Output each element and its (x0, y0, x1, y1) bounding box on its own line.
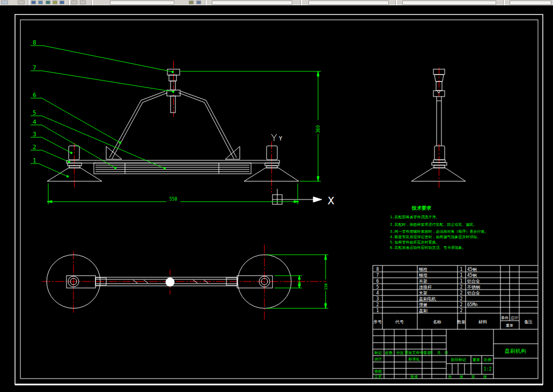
tb-drawing-title: 盘刷机构 (505, 348, 526, 354)
tb-label-zone: 分区 (396, 351, 404, 355)
tb-label-scale: 比例 (484, 358, 491, 362)
bom-header-weight: 重量 (506, 323, 513, 328)
tb-label-count: 处数 (385, 351, 393, 355)
bom-header-no: 序号 (373, 320, 382, 324)
bom-header-total: 总计 (510, 316, 518, 320)
callout-1: 1 (33, 157, 36, 164)
cad-application-window: X Y (0, 0, 553, 392)
bom-cell-qty: 1 (460, 279, 463, 284)
tech-req-item: 4.吸盘安装后应保证密封，如有漏气现象应及时排除。 (390, 234, 481, 239)
x-axis-label: X (328, 194, 334, 207)
bom-cell-no: 8 (377, 267, 379, 272)
bom-cell-material: 65Mn (467, 302, 477, 307)
tech-req-item: 2.装配时，按图样要求进行装配，防止错装、漏装。 (390, 223, 477, 227)
bom-cell-no: 1 (377, 308, 379, 313)
tech-req-item: 3.同一零件用螺栓紧固时，必须按对角（顺序）逐步拧紧。 (390, 229, 488, 234)
tech-req-item: 5.如有零件损坏应及时更换。 (390, 240, 439, 245)
bom-header-qty: 数量 (457, 320, 466, 324)
tb-scale-value: 1:2 (484, 367, 492, 372)
bom-header-material: 材料 (478, 320, 487, 324)
bom-cell-name: 弹簧 (419, 302, 427, 307)
tb-label-design: 设计 (374, 357, 382, 361)
bom-cell-name: 连接杆 (419, 285, 432, 290)
dim-overall-width: 550 (169, 197, 178, 202)
tb-label-standardize: 标准化 (408, 357, 420, 361)
bom-cell-qty: 2 (460, 291, 463, 295)
bom-header-name: 名称 (433, 320, 441, 324)
bom-cell-no: 5 (377, 285, 379, 290)
bom-cell-qty: 2 (460, 308, 463, 313)
tech-req-item: 1.装配前将各零件清洗干净。 (390, 215, 439, 219)
dim-pad-width: 50 (298, 282, 302, 286)
bom-cell-material: 不锈钢 (467, 285, 480, 290)
bom-cell-qty: 2 (460, 302, 463, 307)
tech-req-item: 6.装配后各运动件应转动灵活、无卡滞现象。 (390, 245, 466, 250)
tb-label-check: 审核 (374, 369, 382, 374)
tb-sheet-no-suffix: 张 (483, 375, 487, 379)
bom-cell-name: 盘刷 (419, 308, 427, 313)
bom-cell-no: 6 (377, 279, 379, 284)
dim-overall-height: 360 (316, 125, 321, 133)
drawing-background (0, 5, 553, 392)
callout-2: 2 (33, 144, 36, 151)
model-space-canvas[interactable]: X Y (0, 0, 553, 392)
tech-req-title: 技术要求 (411, 205, 432, 211)
bom-cell-no: 4 (377, 291, 379, 295)
bom-cell-qty: 1 (460, 273, 463, 278)
y-axis-label: Y (279, 136, 282, 142)
bom-cell-name: 螺栓 (419, 267, 427, 272)
tb-label-mark: 标记 (374, 351, 382, 355)
bom-header-code: 代号 (395, 320, 404, 324)
callout-3: 3 (33, 131, 36, 138)
bom-cell-material: 45钢 (467, 267, 477, 272)
tb-label-date: 年、月、日 (430, 351, 448, 355)
bom-header-remark: 备注 (524, 320, 533, 324)
callout-5: 5 (33, 109, 36, 116)
bom-header-unit: 单件 (501, 316, 508, 320)
tb-sheet-total-suffix: 张 (460, 375, 463, 379)
bom-cell-qty: 2 (460, 285, 463, 290)
bom-cell-qty: 1 (460, 267, 463, 272)
bom-cell-no: 7 (377, 273, 379, 278)
tb-label-process: 工艺 (374, 375, 382, 379)
bom-cell-no: 3 (377, 297, 379, 301)
dim-pad-diameter: 150 (324, 283, 328, 290)
tb-label-change-doc: 更改文件号 (405, 350, 424, 355)
tb-label-stage-mark: 阶段标记 (451, 358, 466, 362)
tb-label-approve: 批准 (410, 375, 418, 379)
callout-4: 4 (33, 119, 36, 125)
bom-cell-material: 铝合金 (467, 291, 480, 295)
tb-label-weight: 重量 (473, 358, 480, 362)
bom-cell-name: 螺母 (419, 273, 427, 278)
callout-8: 8 (33, 39, 36, 46)
callout-6: 6 (33, 92, 36, 99)
bom-cell-name: 盘刷电机 (419, 297, 436, 301)
callout-7: 7 (33, 64, 36, 71)
bom-cell-name: 吊架 (419, 279, 427, 284)
tb-sheet-total-prefix: 共 (448, 375, 452, 379)
bom-cell-material: 铝合金 (467, 279, 480, 284)
tb-sheet-no-prefix: 第 (471, 375, 475, 379)
bom-cell-no: 2 (377, 302, 379, 307)
bom-cell-material: 45钢 (467, 273, 477, 278)
bom-cell-name: 支架 (419, 291, 427, 295)
bom-cell-qty: 2 (460, 297, 463, 301)
